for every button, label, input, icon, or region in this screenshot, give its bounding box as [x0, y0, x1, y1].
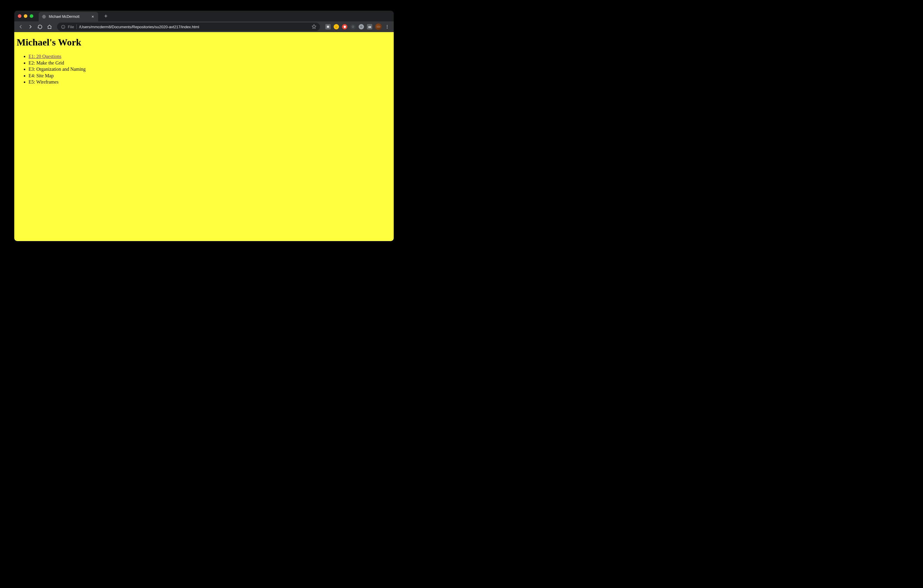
svg-point-11	[387, 26, 388, 27]
address-bar[interactable]: File /Users/mmcderm8/Documents/Repositor…	[57, 23, 320, 31]
svg-rect-2	[327, 26, 328, 28]
svg-rect-3	[328, 26, 329, 28]
svg-point-4	[335, 26, 336, 27]
toolbar: File /Users/mmcderm8/Documents/Repositor…	[14, 21, 394, 32]
title-bar: Michael McDermott	[14, 11, 394, 21]
address-protocol: File	[68, 25, 74, 29]
extension-icon-camera[interactable]	[367, 24, 372, 30]
bookmark-star-icon[interactable]	[312, 24, 316, 30]
list-item: E4: Site Map	[28, 72, 391, 79]
page-viewport[interactable]: Michael's Work E1: 20 Questions E2: Make…	[14, 32, 394, 241]
forward-button[interactable]	[26, 23, 34, 31]
list-item: E2: Make the Grid	[28, 60, 391, 66]
address-path: /Users/mmcderm8/Documents/Repositories/s…	[79, 25, 309, 29]
address-divider	[76, 25, 77, 29]
back-button[interactable]	[16, 23, 25, 31]
window-close-button[interactable]	[18, 14, 21, 18]
globe-icon	[42, 14, 46, 19]
list-item: E1: 20 Questions	[28, 53, 391, 60]
extension-icon-shield[interactable]	[342, 24, 347, 30]
window-minimize-button[interactable]	[24, 14, 27, 18]
exercise-link[interactable]: E1: 20 Questions	[28, 54, 61, 59]
extension-icon-circle-1[interactable]	[350, 24, 356, 30]
svg-point-9	[370, 26, 370, 27]
profile-avatar[interactable]	[375, 23, 382, 30]
new-tab-button[interactable]	[102, 12, 110, 20]
svg-point-10	[387, 25, 388, 26]
extension-icon-emoji[interactable]	[333, 24, 339, 30]
extension-icon-circle-2[interactable]	[359, 24, 364, 30]
browser-menu-button[interactable]	[383, 23, 391, 31]
svg-point-12	[387, 28, 388, 28]
home-button[interactable]	[45, 23, 54, 31]
close-tab-button[interactable]	[90, 14, 95, 19]
page-heading: Michael's Work	[16, 37, 391, 48]
list-item: E5: Wireframes	[28, 79, 391, 85]
svg-point-7	[361, 26, 362, 28]
reload-button[interactable]	[36, 23, 44, 31]
browser-tab[interactable]: Michael McDermott	[39, 12, 98, 21]
svg-point-5	[337, 26, 337, 27]
window-controls	[18, 14, 33, 18]
list-item: E3: Organization and Naming	[28, 66, 391, 72]
extension-icon-1[interactable]	[325, 24, 331, 30]
extension-icons	[324, 24, 374, 30]
exercise-list: E1: 20 Questions E2: Make the Grid E3: O…	[16, 53, 391, 85]
browser-window: Michael McDermott	[14, 11, 394, 241]
svg-point-6	[352, 26, 354, 28]
window-maximize-button[interactable]	[30, 14, 33, 18]
info-icon[interactable]	[61, 25, 66, 29]
tab-title: Michael McDermott	[49, 15, 88, 19]
